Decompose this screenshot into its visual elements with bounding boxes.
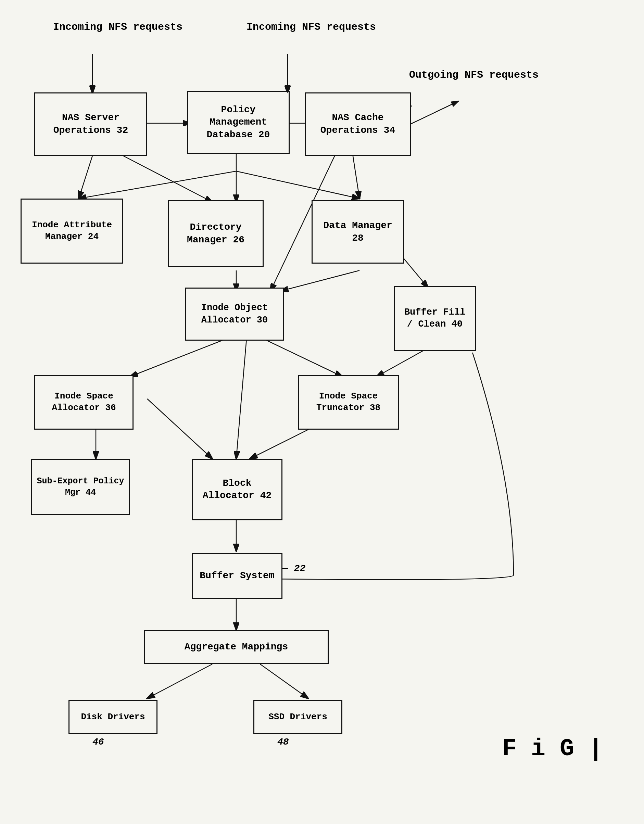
svg-line-14 — [281, 271, 360, 291]
policy-mgmt-box: Policy Management Database 20 — [187, 91, 290, 154]
buffer-system-num-label: — 22 — [283, 563, 305, 575]
block-alloc-box: Block Allocator 42 — [192, 459, 283, 520]
svg-line-21 — [236, 339, 246, 459]
inode-obj-box: Inode Object Allocator 30 — [185, 287, 284, 341]
inode-space-alloc-box: Inode Space Allocator 36 — [34, 375, 134, 430]
disk-drivers-num: 46 — [92, 736, 104, 748]
incoming-nfs-right-label: Incoming NFS requests — [246, 20, 376, 34]
svg-line-30 — [411, 101, 459, 124]
inode-attr-box: Inode Attribute Manager 24 — [20, 198, 123, 264]
dir-mgr-box: Directory Manager 26 — [168, 200, 264, 267]
data-mgr-box: Data Manager 28 — [312, 200, 404, 264]
inode-space-trunc-box: Inode Space Truncator 38 — [298, 375, 399, 430]
nas-server-box: NAS Server Operations 32 — [34, 92, 147, 156]
svg-line-12 — [353, 154, 360, 198]
disk-drivers-box: Disk Drivers — [68, 700, 157, 734]
svg-line-8 — [79, 171, 236, 198]
ssd-drivers-box: SSD Drivers — [254, 700, 342, 734]
nas-cache-box: NAS Cache Operations 34 — [305, 92, 411, 156]
svg-line-25 — [147, 664, 212, 698]
svg-line-17 — [264, 339, 342, 377]
incoming-nfs-left-label: Incoming NFS requests — [53, 20, 183, 34]
svg-line-26 — [260, 664, 308, 698]
outgoing-nfs-label: Outgoing NFS requests — [409, 68, 538, 82]
svg-line-11 — [79, 156, 92, 198]
svg-line-19 — [147, 399, 212, 459]
svg-line-16 — [130, 339, 226, 377]
aggregate-box: Aggregate Mappings — [144, 630, 329, 664]
svg-line-10 — [236, 171, 360, 198]
fig-label: F i G | — [502, 735, 603, 763]
diagram: Incoming NFS requests Incoming NFS reque… — [0, 0, 644, 824]
buffer-system-box: Buffer System — [192, 553, 283, 599]
sub-export-box: Sub-Export Policy Mgr 44 — [31, 459, 130, 515]
ssd-drivers-num: 48 — [277, 736, 289, 748]
buffer-fill-box: Buffer Fill / Clean 40 — [394, 286, 476, 351]
svg-line-27 — [120, 154, 212, 202]
